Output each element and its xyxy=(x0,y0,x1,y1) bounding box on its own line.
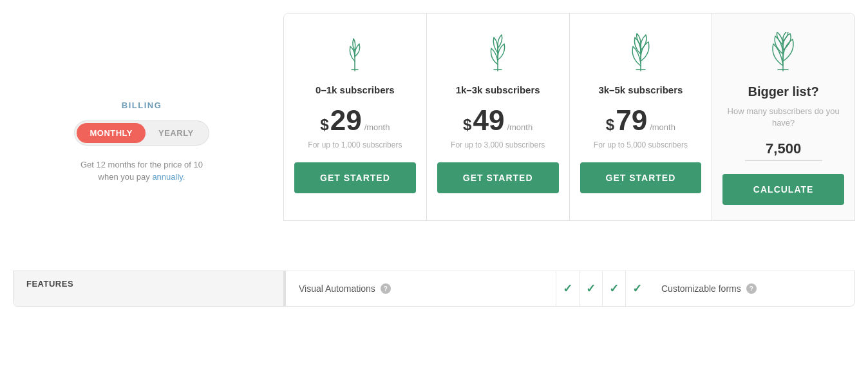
plan-1k-3k: 1k–3k subscribers $ 49 /month For up to … xyxy=(427,14,570,220)
plan-3k-5k-period: /month xyxy=(650,122,675,132)
features-section: FEATURES Visual Automations ? ✓ ✓ ✓ ✓ Cu… xyxy=(13,271,855,307)
plan-1k-3k-price: $ 49 /month xyxy=(463,104,533,137)
subscriber-count-input[interactable] xyxy=(745,138,822,161)
plant-icon-large xyxy=(621,29,660,74)
plan-1k-3k-title: 1k–3k subscribers xyxy=(456,84,540,95)
plan-0-1k-button[interactable]: GET STARTED xyxy=(294,162,416,193)
feature-name-automations: Visual Automations ? xyxy=(286,271,556,306)
annually-link[interactable]: annually. xyxy=(152,172,185,182)
plan-1k-3k-dollar: $ xyxy=(463,116,471,134)
plan-3k-5k: 3k–5k subscribers $ 79 /month For up to … xyxy=(570,14,713,220)
plant-icon-medium xyxy=(480,29,516,74)
plan-3k-5k-price: $ 79 /month xyxy=(606,104,675,137)
plan-bigger: Bigger list? How many subscribers do you… xyxy=(712,14,854,220)
automations-help-icon[interactable]: ? xyxy=(381,283,391,294)
plan-0-1k-period: /month xyxy=(364,122,390,132)
automations-val-3: ✓ xyxy=(603,271,626,306)
plan-1k-3k-button[interactable]: GET STARTED xyxy=(437,162,559,193)
automations-val-1: ✓ xyxy=(556,271,580,306)
plan-0-1k-title: 0–1k subscribers xyxy=(316,84,395,95)
plan-1k-3k-amount: 49 xyxy=(473,104,504,137)
yearly-toggle[interactable]: YEARLY xyxy=(146,123,207,143)
plan-3k-5k-subtitle: For up to 5,000 subscribers xyxy=(594,140,688,149)
automations-val-4: ✓ xyxy=(626,271,648,306)
plan-0-1k-subtitle: For up to 1,000 subscribers xyxy=(308,140,402,149)
plan-3k-5k-dollar: $ xyxy=(606,116,614,134)
plan-0-1k-dollar: $ xyxy=(320,116,328,134)
calculate-button[interactable]: CALCULATE xyxy=(722,174,844,205)
check-3: ✓ xyxy=(609,282,619,296)
check-2: ✓ xyxy=(586,282,596,296)
plant-icon-bigger xyxy=(762,29,804,74)
plan-0-1k-amount: 29 xyxy=(330,104,362,137)
billing-sidebar: BILLING MONTHLY YEARLY Get 12 months for… xyxy=(13,13,283,271)
feature-name-forms: Customizable forms ? xyxy=(648,271,855,306)
plan-3k-5k-title: 3k–5k subscribers xyxy=(598,84,683,95)
features-header-row: FEATURES xyxy=(14,271,286,306)
billing-toggle: MONTHLY YEARLY xyxy=(74,120,209,146)
billing-note: Get 12 months for the price of 10 when y… xyxy=(71,158,212,184)
plans-columns: 0–1k subscribers $ 29 /month For up to 1… xyxy=(283,13,855,221)
automations-values: ✓ ✓ ✓ ✓ xyxy=(556,271,648,306)
monthly-toggle[interactable]: MONTHLY xyxy=(77,123,146,143)
plan-bigger-title: Bigger list? xyxy=(748,84,819,99)
plan-1k-3k-subtitle: For up to 3,000 subscribers xyxy=(451,140,545,149)
plan-1k-3k-period: /month xyxy=(507,122,533,132)
plan-0-1k-price: $ 29 /month xyxy=(320,104,390,137)
plan-bigger-question: How many subscribers do you have? xyxy=(722,106,844,129)
plan-0-1k: 0–1k subscribers $ 29 /month For up to 1… xyxy=(284,14,427,220)
forms-label: Customizable forms xyxy=(661,283,741,294)
features-header-label: FEATURES xyxy=(14,271,284,306)
forms-help-icon[interactable]: ? xyxy=(746,283,757,294)
plan-3k-5k-amount: 79 xyxy=(616,104,647,137)
automations-val-2: ✓ xyxy=(580,271,603,306)
check-1: ✓ xyxy=(563,282,572,296)
plant-icon-small xyxy=(339,29,371,74)
feature-row-automations: Visual Automations ? ✓ ✓ ✓ ✓ xyxy=(286,271,648,306)
plan-3k-5k-button[interactable]: GET STARTED xyxy=(580,162,702,193)
automations-label: Visual Automations xyxy=(299,283,375,294)
check-4: ✓ xyxy=(632,282,642,296)
feature-row-forms: Customizable forms ? Unlimited Unlimited… xyxy=(648,271,855,306)
billing-label: BILLING xyxy=(122,100,162,110)
